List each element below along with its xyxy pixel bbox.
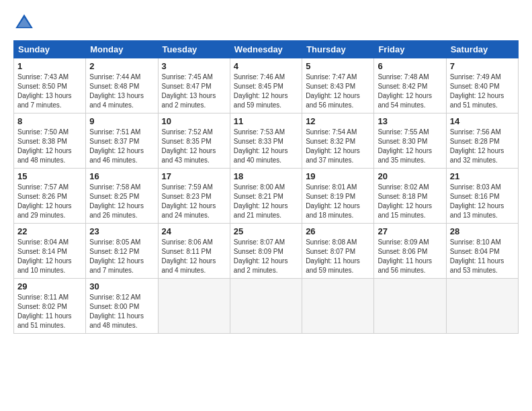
day-number: 13 (378, 116, 442, 126)
day-info: Sunrise: 7:47 AMSunset: 8:43 PMDaylight:… (306, 73, 360, 109)
day-number: 11 (234, 116, 298, 126)
day-info: Sunrise: 7:52 AMSunset: 8:35 PMDaylight:… (162, 128, 216, 164)
day-cell: 6 Sunrise: 7:48 AMSunset: 8:42 PMDayligh… (374, 58, 446, 113)
day-cell: 21 Sunrise: 8:03 AMSunset: 8:16 PMDaylig… (446, 169, 518, 224)
day-number: 25 (234, 226, 298, 236)
day-cell: 27 Sunrise: 8:09 AMSunset: 8:06 PMDaylig… (374, 224, 446, 279)
day-number: 28 (450, 226, 515, 236)
header-cell-thursday: Thursday (302, 41, 374, 58)
day-number: 22 (17, 226, 82, 236)
day-cell: 14 Sunrise: 7:56 AMSunset: 8:28 PMDaylig… (446, 113, 518, 169)
day-number: 10 (162, 116, 226, 126)
logo-icon (13, 12, 35, 34)
header-cell-monday: Monday (86, 41, 158, 58)
day-number: 18 (234, 171, 298, 181)
day-info: Sunrise: 7:43 AMSunset: 8:50 PMDaylight:… (17, 73, 72, 109)
day-number: 12 (306, 116, 370, 126)
day-info: Sunrise: 8:07 AMSunset: 8:09 PMDaylight:… (234, 238, 288, 274)
day-number: 26 (306, 226, 370, 236)
day-number: 15 (17, 171, 82, 181)
day-number: 14 (450, 116, 515, 126)
page: SundayMondayTuesdayWednesdayThursdayFrid… (0, 0, 532, 340)
day-cell: 23 Sunrise: 8:05 AMSunset: 8:12 PMDaylig… (86, 224, 158, 279)
day-number: 8 (17, 116, 82, 126)
day-cell: 28 Sunrise: 8:10 AMSunset: 8:04 PMDaylig… (446, 224, 518, 279)
day-cell: 11 Sunrise: 7:53 AMSunset: 8:33 PMDaylig… (230, 113, 302, 169)
day-info: Sunrise: 8:08 AMSunset: 8:07 PMDaylight:… (306, 238, 360, 274)
day-cell: 29 Sunrise: 8:11 AMSunset: 8:02 PMDaylig… (14, 279, 86, 334)
day-cell: 8 Sunrise: 7:50 AMSunset: 8:38 PMDayligh… (14, 113, 86, 169)
day-cell: 7 Sunrise: 7:49 AMSunset: 8:40 PMDayligh… (446, 58, 518, 113)
day-number: 5 (306, 61, 370, 71)
day-number: 3 (162, 61, 226, 71)
day-number: 6 (378, 61, 442, 71)
day-number: 16 (89, 171, 154, 181)
day-cell: 16 Sunrise: 7:58 AMSunset: 8:25 PMDaylig… (86, 169, 158, 224)
day-cell: 1 Sunrise: 7:43 AMSunset: 8:50 PMDayligh… (14, 58, 86, 113)
day-number: 7 (450, 61, 515, 71)
day-number: 19 (306, 171, 370, 181)
week-row-3: 15 Sunrise: 7:57 AMSunset: 8:26 PMDaylig… (14, 169, 519, 224)
header-row: SundayMondayTuesdayWednesdayThursdayFrid… (14, 41, 519, 58)
day-info: Sunrise: 7:54 AMSunset: 8:32 PMDaylight:… (306, 128, 360, 164)
day-cell (158, 279, 230, 334)
header-cell-tuesday: Tuesday (158, 41, 230, 58)
day-number: 17 (162, 171, 226, 181)
day-info: Sunrise: 8:00 AMSunset: 8:21 PMDaylight:… (234, 183, 288, 219)
day-info: Sunrise: 8:11 AMSunset: 8:02 PMDaylight:… (17, 293, 72, 329)
day-cell (446, 279, 518, 334)
day-cell: 4 Sunrise: 7:46 AMSunset: 8:45 PMDayligh… (230, 58, 302, 113)
day-info: Sunrise: 7:46 AMSunset: 8:45 PMDaylight:… (234, 73, 288, 109)
day-number: 2 (89, 61, 154, 71)
day-info: Sunrise: 8:09 AMSunset: 8:06 PMDaylight:… (378, 238, 432, 274)
day-info: Sunrise: 7:56 AMSunset: 8:28 PMDaylight:… (450, 128, 504, 164)
day-cell: 26 Sunrise: 8:08 AMSunset: 8:07 PMDaylig… (302, 224, 374, 279)
week-row-1: 1 Sunrise: 7:43 AMSunset: 8:50 PMDayligh… (14, 58, 519, 113)
day-cell: 30 Sunrise: 8:12 AMSunset: 8:00 PMDaylig… (86, 279, 158, 334)
day-number: 30 (89, 281, 154, 291)
day-number: 1 (17, 61, 82, 71)
day-info: Sunrise: 8:02 AMSunset: 8:18 PMDaylight:… (378, 183, 432, 219)
day-cell: 17 Sunrise: 7:59 AMSunset: 8:23 PMDaylig… (158, 169, 230, 224)
day-cell (374, 279, 446, 334)
day-cell: 18 Sunrise: 8:00 AMSunset: 8:21 PMDaylig… (230, 169, 302, 224)
week-row-2: 8 Sunrise: 7:50 AMSunset: 8:38 PMDayligh… (14, 113, 519, 169)
header (13, 12, 519, 34)
day-info: Sunrise: 8:10 AMSunset: 8:04 PMDaylight:… (450, 238, 504, 274)
day-cell (230, 279, 302, 334)
day-cell: 13 Sunrise: 7:55 AMSunset: 8:30 PMDaylig… (374, 113, 446, 169)
day-info: Sunrise: 7:51 AMSunset: 8:37 PMDaylight:… (89, 128, 144, 164)
day-number: 9 (89, 116, 154, 126)
day-info: Sunrise: 7:50 AMSunset: 8:38 PMDaylight:… (17, 128, 72, 164)
day-cell: 25 Sunrise: 8:07 AMSunset: 8:09 PMDaylig… (230, 224, 302, 279)
calendar-table: SundayMondayTuesdayWednesdayThursdayFrid… (13, 40, 519, 334)
day-number: 21 (450, 171, 515, 181)
day-info: Sunrise: 7:58 AMSunset: 8:25 PMDaylight:… (89, 183, 144, 219)
day-number: 4 (234, 61, 298, 71)
day-cell: 5 Sunrise: 7:47 AMSunset: 8:43 PMDayligh… (302, 58, 374, 113)
day-cell (302, 279, 374, 334)
header-cell-sunday: Sunday (14, 41, 86, 58)
logo (13, 12, 39, 34)
day-cell: 10 Sunrise: 7:52 AMSunset: 8:35 PMDaylig… (158, 113, 230, 169)
day-cell: 15 Sunrise: 7:57 AMSunset: 8:26 PMDaylig… (14, 169, 86, 224)
header-cell-saturday: Saturday (446, 41, 518, 58)
day-cell: 2 Sunrise: 7:44 AMSunset: 8:48 PMDayligh… (86, 58, 158, 113)
day-info: Sunrise: 7:53 AMSunset: 8:33 PMDaylight:… (234, 128, 288, 164)
day-cell: 12 Sunrise: 7:54 AMSunset: 8:32 PMDaylig… (302, 113, 374, 169)
day-cell: 19 Sunrise: 8:01 AMSunset: 8:19 PMDaylig… (302, 169, 374, 224)
day-info: Sunrise: 8:06 AMSunset: 8:11 PMDaylight:… (162, 238, 216, 274)
day-cell: 9 Sunrise: 7:51 AMSunset: 8:37 PMDayligh… (86, 113, 158, 169)
day-info: Sunrise: 8:03 AMSunset: 8:16 PMDaylight:… (450, 183, 504, 219)
day-cell: 22 Sunrise: 8:04 AMSunset: 8:14 PMDaylig… (14, 224, 86, 279)
day-cell: 20 Sunrise: 8:02 AMSunset: 8:18 PMDaylig… (374, 169, 446, 224)
day-info: Sunrise: 8:04 AMSunset: 8:14 PMDaylight:… (17, 238, 72, 274)
day-info: Sunrise: 7:57 AMSunset: 8:26 PMDaylight:… (17, 183, 72, 219)
day-number: 23 (89, 226, 154, 236)
day-info: Sunrise: 7:55 AMSunset: 8:30 PMDaylight:… (378, 128, 432, 164)
header-cell-wednesday: Wednesday (230, 41, 302, 58)
header-cell-friday: Friday (374, 41, 446, 58)
day-number: 27 (378, 226, 442, 236)
day-number: 29 (17, 281, 82, 291)
week-row-5: 29 Sunrise: 8:11 AMSunset: 8:02 PMDaylig… (14, 279, 519, 334)
